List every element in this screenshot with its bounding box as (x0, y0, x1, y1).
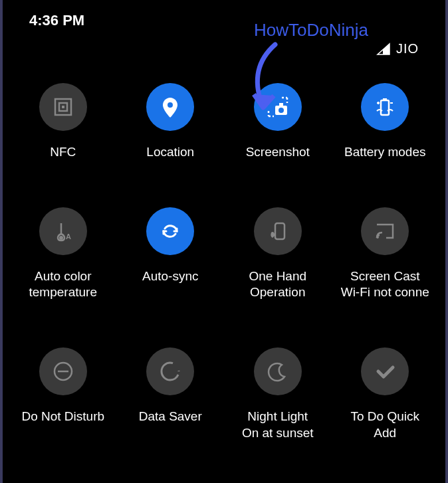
battery-icon (361, 83, 409, 131)
svg-text:A: A (66, 233, 71, 241)
tile-nfc[interactable]: NFC (9, 83, 117, 161)
nightlight-icon (254, 347, 302, 395)
tile-label: Battery modes (344, 144, 426, 161)
todo-icon (361, 347, 409, 395)
tile-label: One Hand Operation (249, 268, 306, 301)
tile-label: Location (146, 144, 194, 161)
datasaver-icon (146, 347, 194, 395)
annotation-text: HowToDoNinja (254, 20, 368, 41)
tile-one-hand-operation[interactable]: One Hand Operation (224, 207, 332, 301)
tile-auto-color-temperature[interactable]: A Auto color temperature (9, 207, 117, 301)
svg-point-15 (162, 363, 179, 380)
tile-data-saver[interactable]: Data Saver (117, 347, 225, 441)
status-bar: 4:36 PM (3, 0, 445, 36)
location-icon (146, 83, 194, 131)
svg-point-9 (59, 236, 63, 240)
tile-todo-quick-add[interactable]: To Do Quick Add (332, 347, 439, 441)
svg-rect-11 (275, 223, 284, 239)
tile-label: Screen Cast Wi-Fi not conne (341, 268, 429, 301)
tile-label: Auto-sync (142, 268, 198, 285)
tile-label: Do Not Disturb (21, 409, 104, 425)
svg-rect-7 (381, 100, 389, 115)
dnd-icon (39, 347, 87, 395)
tile-label: Screenshot (246, 144, 310, 161)
tile-label: Data Saver (139, 409, 202, 425)
tile-do-not-disturb[interactable]: Do Not Disturb (9, 347, 117, 441)
svg-rect-8 (383, 98, 387, 100)
carrier-label: JIO (396, 41, 419, 56)
tile-location[interactable]: Location (117, 83, 225, 161)
tile-auto-sync[interactable]: Auto-sync (117, 207, 225, 301)
cast-icon (361, 207, 409, 255)
svg-point-12 (376, 236, 379, 239)
tile-battery-modes[interactable]: Battery modes (332, 83, 439, 161)
nfc-icon (39, 83, 87, 131)
tile-screen-cast[interactable]: Screen Cast Wi-Fi not conne (332, 207, 439, 301)
signal-icon (376, 43, 391, 56)
status-time: 4:36 PM (29, 12, 84, 29)
tile-label: NFC (50, 144, 76, 161)
tile-label: To Do Quick Add (351, 409, 419, 441)
tile-label: Auto color temperature (29, 268, 97, 301)
svg-rect-2 (62, 106, 64, 108)
tile-label: Night Light On at sunset (242, 409, 314, 441)
onehand-icon (254, 207, 302, 255)
tile-night-light[interactable]: Night Light On at sunset (224, 347, 332, 441)
sync-icon (146, 207, 194, 255)
quick-settings-grid: NFC Location Screenshot (3, 70, 445, 441)
annotation-arrow-icon (222, 41, 288, 114)
thermometer-icon: A (39, 207, 87, 255)
svg-point-3 (168, 102, 173, 108)
